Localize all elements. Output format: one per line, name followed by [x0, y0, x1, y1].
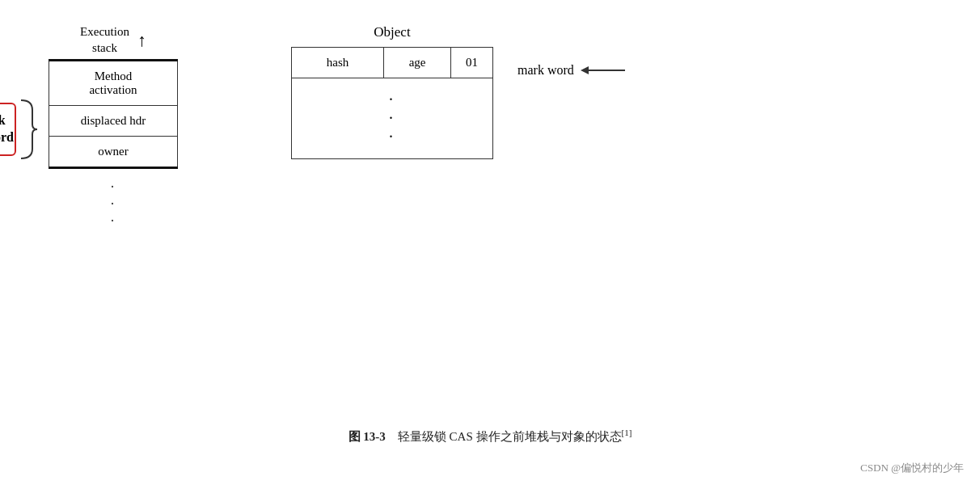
- object-label: Object: [291, 24, 493, 40]
- lock-record-label: Lockrecord: [0, 103, 16, 156]
- table-row: Methodactivation: [49, 61, 178, 106]
- owner-cell: owner: [49, 137, 178, 168]
- stack-dots: ···: [49, 169, 178, 230]
- figure-number: 图 13-3: [348, 430, 386, 443]
- caption-superscript: [1]: [622, 428, 632, 437]
- execution-stack-label: Executionstack: [80, 24, 129, 56]
- table-row: hash age 01: [292, 48, 493, 78]
- status-cell: 01: [451, 48, 493, 78]
- object-table: hash age 01 ···: [291, 47, 493, 159]
- lock-record-bracket-icon: [16, 99, 39, 160]
- age-header-cell: age: [384, 48, 451, 78]
- diagram: Executionstack ↑ Methodactivation displa…: [49, 24, 178, 230]
- execution-stack-header: Executionstack ↑: [49, 24, 178, 59]
- method-activation-cell: Methodactivation: [49, 61, 178, 106]
- svg-marker-1: [581, 66, 589, 74]
- object-section: Object hash age 01 ···: [291, 24, 493, 159]
- table-row: displaced hdr: [49, 106, 178, 137]
- mark-word-section: mark word: [517, 63, 625, 78]
- lock-record-wrapper: Lockrecord: [0, 99, 39, 160]
- up-arrow-icon: ↑: [137, 30, 146, 51]
- stack-wrapper: Executionstack ↑ Methodactivation displa…: [49, 24, 178, 230]
- caption: 图 13-3 轻量级锁 CAS 操作之前堆栈与对象的状态[1]: [348, 428, 632, 445]
- displaced-hdr-cell: displaced hdr: [49, 106, 178, 137]
- watermark: CSDN @偏悦村的少年: [860, 461, 964, 475]
- mark-word-label: mark word: [517, 63, 574, 78]
- table-row: owner: [49, 137, 178, 168]
- mark-word-arrow-icon: [581, 63, 625, 78]
- caption-description: 轻量级锁 CAS 操作之前堆栈与对象的状态: [398, 430, 622, 443]
- object-body-cell: ···: [292, 78, 493, 159]
- stack-table: Methodactivation displaced hdr owner: [49, 59, 178, 169]
- table-row: ···: [292, 78, 493, 159]
- hash-header-cell: hash: [292, 48, 384, 78]
